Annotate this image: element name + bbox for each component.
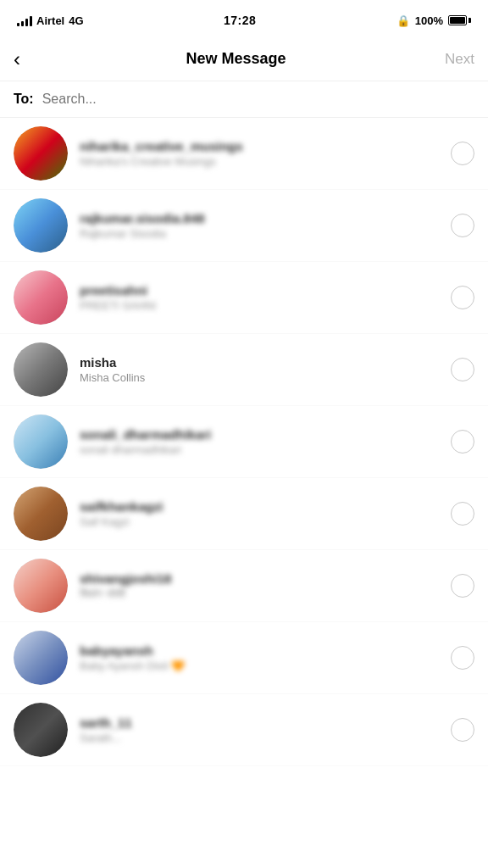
page-title: New Message [186,50,286,68]
select-checkbox[interactable] [451,502,474,526]
avatar [14,126,68,181]
battery-percent: 100% [415,14,443,27]
contact-fullname: Baby Ayansh Dixit 🧡 [80,659,442,672]
carrier-info: Airtel 4G [17,14,84,27]
contact-info: sonali_dharmadhikarisonali dharmadhikari [80,427,442,456]
nav-bar: ‹ New Message Next [0,37,488,81]
status-bar: Airtel 4G 17:28 🔒 100% [0,0,488,37]
contact-fullname: Niharika's Creative Musings [80,155,442,168]
time-display: 17:28 [224,14,256,27]
contact-info: sarth_11Sarath... [80,715,442,744]
contact-username: babyayansh [80,643,442,658]
contact-username: sarth_11 [80,715,442,730]
contact-info: shivangjoshi18शिवांग जोशी [80,571,442,601]
contact-fullname: Rajkumar Sisodia [80,227,442,240]
contact-item[interactable]: babyayanshBaby Ayansh Dixit 🧡 [0,622,488,694]
contact-username: sonali_dharmadhikari [80,427,442,442]
contact-info: saifkhankagziSaif Kagzi [80,499,442,528]
to-bar: To: [0,81,488,118]
avatar [14,559,68,613]
contact-item[interactable]: shivangjoshi18शिवांग जोशी [0,550,488,622]
contact-item[interactable]: mishaMisha Collins [0,334,488,406]
contact-username: shivangjoshi18 [80,571,442,586]
carrier-label: Airtel [36,14,64,27]
contact-username: niharika_creative_musings [80,139,442,153]
select-checkbox[interactable] [451,286,474,309]
contact-fullname: Sarath... [80,732,442,744]
select-checkbox[interactable] [451,574,474,598]
select-checkbox[interactable] [451,646,474,670]
contact-item[interactable]: sonali_dharmadhikarisonali dharmadhikari [0,406,488,478]
contact-fullname: sonali dharmadhikari [80,443,442,456]
avatar [14,487,68,541]
select-checkbox[interactable] [451,718,474,742]
network-label: 4G [69,14,83,27]
contact-info: preetisahniPREETI SAHNI [80,283,442,312]
search-input[interactable] [42,92,474,107]
contact-fullname: Saif Kagzi [80,515,442,528]
select-checkbox[interactable] [451,430,474,453]
contact-fullname: PREETI SAHNI [80,299,442,312]
contact-info: mishaMisha Collins [80,355,442,384]
contact-item[interactable]: rajkumar.sisodia.848Rajkumar Sisodia [0,190,488,262]
battery-icon [448,15,471,25]
select-checkbox[interactable] [451,214,474,237]
contact-fullname: Misha Collins [80,371,442,384]
contact-username: rajkumar.sisodia.848 [80,211,442,225]
contact-info: babyayanshBaby Ayansh Dixit 🧡 [80,643,442,672]
back-button[interactable]: ‹ [14,46,27,73]
to-label: To: [14,92,34,107]
globe-icon: 🔒 [396,14,410,27]
battery-info: 🔒 100% [396,14,471,27]
contact-username: preetisahni [80,283,442,298]
contact-item[interactable]: preetisahniPREETI SAHNI [0,262,488,334]
select-checkbox[interactable] [451,142,474,165]
signal-icon [17,14,32,26]
contact-username: misha [80,355,442,370]
avatar [14,198,68,253]
avatar [14,631,68,685]
select-checkbox[interactable] [451,358,474,381]
contact-username: saifkhankagzi [80,499,442,514]
next-button[interactable]: Next [445,51,474,68]
contact-info: niharika_creative_musingsNiharika's Crea… [80,139,442,168]
contacts-list: niharika_creative_musingsNiharika's Crea… [0,118,488,766]
contact-fullname: शिवांग जोशी [80,587,442,601]
contact-item[interactable]: saifkhankagziSaif Kagzi [0,478,488,550]
avatar [14,342,68,397]
contact-item[interactable]: sarth_11Sarath... [0,694,488,766]
contact-item[interactable]: niharika_creative_musingsNiharika's Crea… [0,118,488,190]
contact-info: rajkumar.sisodia.848Rajkumar Sisodia [80,211,442,240]
avatar [14,270,68,325]
avatar [14,703,68,757]
avatar [14,415,68,469]
